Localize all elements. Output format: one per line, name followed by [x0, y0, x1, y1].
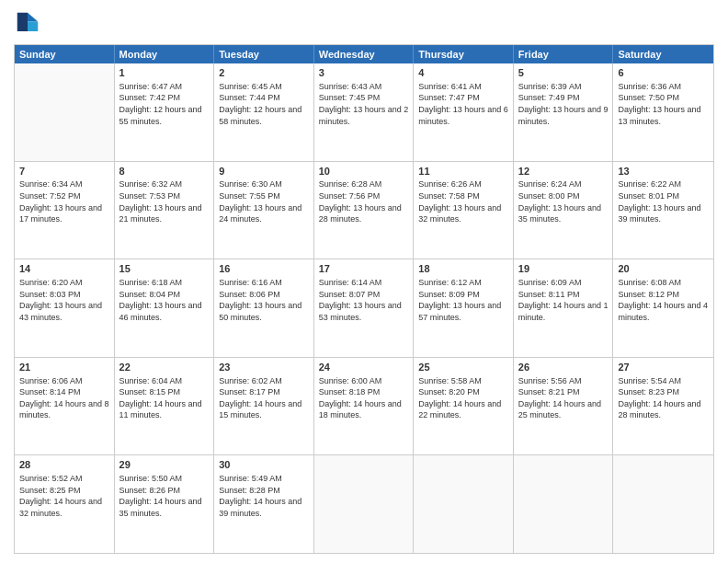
cell-sun-info: Sunrise: 6:36 AMSunset: 7:50 PMDaylight:…	[618, 81, 709, 127]
cell-sun-info: Sunrise: 6:28 AMSunset: 7:56 PMDaylight:…	[319, 178, 409, 224]
calendar-cell: 23Sunrise: 6:02 AMSunset: 8:17 PMDayligh…	[214, 358, 314, 455]
cell-date-number: 12	[518, 165, 609, 178]
calendar-cell: 22Sunrise: 6:04 AMSunset: 8:15 PMDayligh…	[115, 358, 215, 455]
calendar-body: 1Sunrise: 6:47 AMSunset: 7:42 PMDaylight…	[15, 63, 713, 553]
cell-date-number: 25	[418, 361, 508, 374]
cell-sun-info: Sunrise: 6:39 AMSunset: 7:49 PMDaylight:…	[518, 81, 609, 127]
svg-marker-2	[17, 13, 28, 31]
cell-date-number: 15	[119, 262, 210, 276]
cell-sun-info: Sunrise: 6:26 AMSunset: 7:58 PMDaylight:…	[418, 178, 508, 224]
cell-date-number: 16	[219, 262, 309, 276]
logo	[14, 9, 45, 37]
cell-sun-info: Sunrise: 6:06 AMSunset: 8:14 PMDaylight:…	[19, 375, 109, 421]
calendar-cell: 7Sunrise: 6:34 AMSunset: 7:52 PMDaylight…	[15, 162, 115, 259]
cell-date-number: 10	[319, 165, 409, 178]
logo-icon	[14, 9, 41, 37]
weekday-header: Tuesday	[214, 45, 314, 63]
cell-sun-info: Sunrise: 6:00 AMSunset: 8:18 PMDaylight:…	[319, 375, 409, 421]
cell-date-number: 18	[418, 262, 508, 276]
cell-sun-info: Sunrise: 6:12 AMSunset: 8:09 PMDaylight:…	[418, 277, 508, 323]
weekday-header: Saturday	[613, 45, 713, 63]
cell-date-number: 28	[19, 458, 109, 472]
calendar-week-row: 21Sunrise: 6:06 AMSunset: 8:14 PMDayligh…	[15, 358, 713, 456]
cell-date-number: 1	[119, 66, 210, 80]
calendar-cell: 30Sunrise: 5:49 AMSunset: 8:28 PMDayligh…	[214, 455, 314, 553]
cell-sun-info: Sunrise: 6:41 AMSunset: 7:47 PMDaylight:…	[418, 81, 508, 127]
calendar-cell: 28Sunrise: 5:52 AMSunset: 8:25 PMDayligh…	[15, 455, 115, 553]
cell-date-number: 13	[618, 165, 709, 178]
cell-date-number: 5	[518, 66, 609, 80]
header	[14, 9, 714, 37]
calendar-cell: 8Sunrise: 6:32 AMSunset: 7:53 PMDaylight…	[115, 162, 215, 259]
calendar-cell	[613, 455, 713, 553]
calendar-cell: 11Sunrise: 6:26 AMSunset: 7:58 PMDayligh…	[414, 162, 514, 259]
cell-date-number: 29	[119, 458, 210, 472]
cell-date-number: 11	[418, 165, 508, 178]
calendar-cell: 3Sunrise: 6:43 AMSunset: 7:45 PMDaylight…	[314, 63, 415, 161]
calendar-cell: 9Sunrise: 6:30 AMSunset: 7:55 PMDaylight…	[214, 162, 314, 259]
calendar-cell: 10Sunrise: 6:28 AMSunset: 7:56 PMDayligh…	[314, 162, 415, 259]
weekday-header: Thursday	[414, 45, 514, 63]
cell-date-number: 14	[19, 262, 109, 276]
calendar-cell: 18Sunrise: 6:12 AMSunset: 8:09 PMDayligh…	[414, 259, 514, 357]
calendar-cell	[414, 455, 514, 553]
calendar-week-row: 1Sunrise: 6:47 AMSunset: 7:42 PMDaylight…	[15, 63, 713, 162]
calendar-cell: 29Sunrise: 5:50 AMSunset: 8:26 PMDayligh…	[115, 455, 215, 553]
calendar-cell: 26Sunrise: 5:56 AMSunset: 8:21 PMDayligh…	[514, 358, 614, 455]
calendar-header: SundayMondayTuesdayWednesdayThursdayFrid…	[15, 45, 713, 63]
cell-sun-info: Sunrise: 5:50 AMSunset: 8:26 PMDaylight:…	[119, 473, 210, 519]
cell-date-number: 7	[19, 165, 109, 178]
cell-date-number: 20	[618, 262, 709, 276]
cell-sun-info: Sunrise: 6:14 AMSunset: 8:07 PMDaylight:…	[319, 277, 409, 323]
cell-date-number: 21	[19, 361, 109, 374]
calendar-cell: 27Sunrise: 5:54 AMSunset: 8:23 PMDayligh…	[613, 358, 713, 455]
cell-sun-info: Sunrise: 6:45 AMSunset: 7:44 PMDaylight:…	[219, 81, 309, 127]
weekday-header: Wednesday	[314, 45, 415, 63]
cell-date-number: 23	[219, 361, 309, 374]
calendar-cell: 21Sunrise: 6:06 AMSunset: 8:14 PMDayligh…	[15, 358, 115, 455]
calendar-cell	[314, 455, 415, 553]
cell-date-number: 6	[618, 66, 709, 80]
cell-date-number: 17	[319, 262, 409, 276]
cell-sun-info: Sunrise: 6:02 AMSunset: 8:17 PMDaylight:…	[219, 375, 309, 421]
calendar-cell	[514, 455, 614, 553]
cell-sun-info: Sunrise: 6:22 AMSunset: 8:01 PMDaylight:…	[618, 178, 709, 224]
cell-sun-info: Sunrise: 6:24 AMSunset: 8:00 PMDaylight:…	[518, 178, 609, 224]
cell-sun-info: Sunrise: 6:30 AMSunset: 7:55 PMDaylight:…	[219, 178, 309, 224]
calendar: SundayMondayTuesdayWednesdayThursdayFrid…	[14, 44, 714, 554]
calendar-week-row: 28Sunrise: 5:52 AMSunset: 8:25 PMDayligh…	[15, 455, 713, 553]
calendar-cell	[15, 63, 115, 161]
calendar-cell: 4Sunrise: 6:41 AMSunset: 7:47 PMDaylight…	[414, 63, 514, 161]
cell-sun-info: Sunrise: 6:43 AMSunset: 7:45 PMDaylight:…	[319, 81, 409, 127]
svg-marker-0	[28, 13, 38, 22]
cell-sun-info: Sunrise: 6:47 AMSunset: 7:42 PMDaylight:…	[119, 81, 210, 127]
cell-date-number: 19	[518, 262, 609, 276]
weekday-header: Friday	[514, 45, 614, 63]
calendar-cell: 5Sunrise: 6:39 AMSunset: 7:49 PMDaylight…	[514, 63, 614, 161]
calendar-week-row: 14Sunrise: 6:20 AMSunset: 8:03 PMDayligh…	[15, 259, 713, 358]
cell-sun-info: Sunrise: 5:58 AMSunset: 8:20 PMDaylight:…	[418, 375, 508, 421]
calendar-cell: 13Sunrise: 6:22 AMSunset: 8:01 PMDayligh…	[613, 162, 713, 259]
cell-sun-info: Sunrise: 6:34 AMSunset: 7:52 PMDaylight:…	[19, 178, 109, 224]
calendar-cell: 12Sunrise: 6:24 AMSunset: 8:00 PMDayligh…	[514, 162, 614, 259]
cell-sun-info: Sunrise: 6:16 AMSunset: 8:06 PMDaylight:…	[219, 277, 309, 323]
cell-date-number: 26	[518, 361, 609, 374]
cell-date-number: 2	[219, 66, 309, 80]
cell-sun-info: Sunrise: 6:18 AMSunset: 8:04 PMDaylight:…	[119, 277, 210, 323]
cell-date-number: 24	[319, 361, 409, 374]
cell-sun-info: Sunrise: 6:08 AMSunset: 8:12 PMDaylight:…	[618, 277, 709, 323]
cell-date-number: 30	[219, 458, 309, 472]
cell-sun-info: Sunrise: 5:54 AMSunset: 8:23 PMDaylight:…	[618, 375, 709, 421]
cell-date-number: 4	[418, 66, 508, 80]
cell-sun-info: Sunrise: 5:56 AMSunset: 8:21 PMDaylight:…	[518, 375, 609, 421]
calendar-cell: 17Sunrise: 6:14 AMSunset: 8:07 PMDayligh…	[314, 259, 415, 357]
weekday-header: Monday	[115, 45, 215, 63]
calendar-cell: 1Sunrise: 6:47 AMSunset: 7:42 PMDaylight…	[115, 63, 215, 161]
cell-sun-info: Sunrise: 5:52 AMSunset: 8:25 PMDaylight:…	[19, 473, 109, 519]
cell-date-number: 22	[119, 361, 210, 374]
cell-sun-info: Sunrise: 5:49 AMSunset: 8:28 PMDaylight:…	[219, 473, 309, 519]
cell-sun-info: Sunrise: 6:32 AMSunset: 7:53 PMDaylight:…	[119, 178, 210, 224]
calendar-cell: 24Sunrise: 6:00 AMSunset: 8:18 PMDayligh…	[314, 358, 415, 455]
cell-sun-info: Sunrise: 6:20 AMSunset: 8:03 PMDaylight:…	[19, 277, 109, 323]
calendar-cell: 15Sunrise: 6:18 AMSunset: 8:04 PMDayligh…	[115, 259, 215, 357]
